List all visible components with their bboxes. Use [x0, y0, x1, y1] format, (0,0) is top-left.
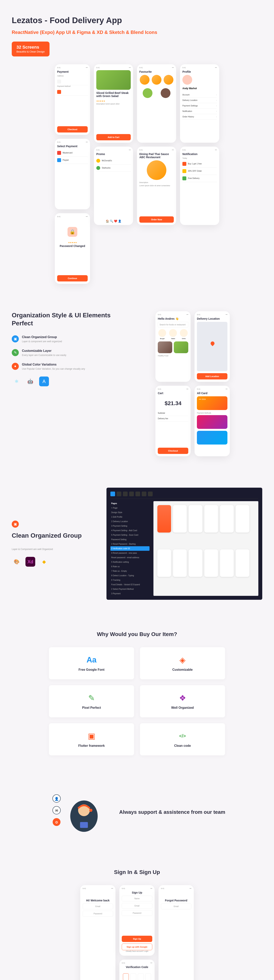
card-blue[interactable] [197, 431, 227, 444]
organized-icon: ❖ [146, 693, 219, 703]
pixel-icon: ✎ [55, 693, 128, 703]
email-input[interactable]: Email [161, 904, 192, 909]
layer-10[interactable]: 5 Notification setting [110, 560, 149, 564]
email-input[interactable]: Email [122, 903, 152, 908]
flutter-icon: ▣ [55, 731, 128, 741]
card-organized: ❖ Well Organized [140, 685, 225, 718]
phone-signup: 9:41••• Sign Up Name Email Password Sign… [119, 885, 155, 956]
sketch-icon: ◆ [39, 557, 49, 566]
cat-drink[interactable]: Drink [182, 338, 186, 339]
card-custom-title: Customizable [146, 668, 219, 671]
phone-dining: 9:41••• Dining Pad Thai Sauce ABC Restau… [137, 146, 176, 225]
layer-8[interactable]: 4 Reset password - new pass [110, 551, 149, 555]
profile-history[interactable]: Order History [182, 116, 194, 118]
allcard-title: All Card [197, 391, 227, 395]
profile-payment[interactable]: Payment Settings [182, 105, 198, 107]
feature3-desc: Use Popular Color Variation, So you can … [22, 367, 85, 371]
clean-organized-section: ▣ Clean Organized Group Layer & Componen… [0, 472, 274, 616]
edit-icon: ✎ [12, 349, 19, 356]
design-canvas [154, 501, 258, 596]
feature3-title: Global Color Variations [22, 363, 85, 366]
svg-point-8 [89, 809, 92, 812]
phone-select-payment: 9:41••• Select Payment Mastercard Paypal [55, 139, 90, 209]
layer-3[interactable]: 3 Payment Setting [110, 524, 149, 528]
layer-12[interactable]: 7 Rate us - Empty [110, 569, 149, 573]
map[interactable] [197, 322, 227, 371]
tech-icons: ⚛ 🤖 A [12, 377, 111, 386]
profile-notif[interactable]: Notification [182, 110, 192, 112]
search-input[interactable]: Search for foods or restaurant [158, 322, 188, 328]
menu-item: Healthy Food [158, 355, 172, 357]
login-link[interactable]: Already have account? Login [122, 950, 152, 952]
favourite-title: Favourite [139, 70, 174, 73]
add-cart-button[interactable]: Add to Cart [96, 134, 131, 140]
design-toolbar [110, 492, 258, 499]
layer-14[interactable]: 9 Tracking [110, 578, 149, 582]
layer-2[interactable]: 2 Delivery Location [110, 519, 149, 524]
card-orange[interactable]: •••• 2024 [197, 396, 227, 410]
phone-cards: 9:41••• All Card •••• 2024 Payment Metho… [195, 386, 230, 456]
add-location-button[interactable]: Add Location [197, 373, 227, 379]
card-purple[interactable] [197, 415, 227, 429]
feature-grid: Aa Free Google Font ◈ Customizable ✎ Pix… [49, 647, 225, 756]
notif-3: Free Delivery [188, 177, 200, 179]
feature-clean-group: ▣ Clean Organized Group Layer & componen… [12, 336, 111, 343]
layer-13[interactable]: 8 Detect Location - Typing [110, 573, 149, 578]
password-input[interactable]: Password [122, 910, 152, 916]
card-font: Aa Free Google Font [49, 647, 134, 679]
design-tool-screenshot: Pages + Page Design Style 1 Edit Profile… [106, 488, 262, 600]
layer-5[interactable]: 5 Payment Setting - Scan Card [110, 533, 149, 537]
why-buy-section: Why Would you Buy Our Item? Aa Free Goog… [0, 616, 274, 771]
password-input[interactable]: Password [82, 911, 113, 916]
cat-burger[interactable]: Burger [160, 338, 165, 339]
checkout-button[interactable]: Checkout [57, 126, 88, 132]
profile-title: Profile [182, 70, 217, 73]
screens-badge: 32 Screens Beautiful & Clean Design [12, 41, 49, 56]
xd-icon: Xd [25, 557, 35, 566]
profile-location[interactable]: Delivery Location [182, 99, 198, 101]
signup-button[interactable]: Sign Up [122, 936, 152, 942]
layer-17[interactable]: 3 Payment [110, 591, 149, 596]
layer-add[interactable]: + Page [110, 506, 149, 510]
organize-icon: ▣ [12, 520, 19, 528]
globe-icon: ● [12, 363, 19, 370]
layer-design[interactable]: Design Style [110, 510, 149, 515]
signin-section: Sign In & Sign Up 9:41••• Hi! Welcome ba… [0, 853, 274, 980]
promo-title: Promo [96, 153, 131, 156]
support-text: Always support & assistence from our tea… [119, 808, 225, 816]
forgot-title: Forgot Password [161, 899, 192, 902]
layer-11[interactable]: 6 Rate us [110, 564, 149, 569]
description-label: Description [139, 181, 174, 183]
greeting: Hello Andres 👋 [158, 317, 188, 320]
font-icon: Aa [55, 655, 128, 665]
layer-6[interactable]: Password Setting [110, 537, 149, 542]
dining-title: Dining Pad Thai Sauce ABC Restaurant [139, 153, 174, 159]
layer-15[interactable]: Food Details - Variant 02 Expand [110, 582, 149, 587]
continue-button[interactable]: Continue [57, 275, 88, 282]
avatar [182, 75, 192, 85]
layers-panel: Pages + Page Design Style 1 Edit Profile… [110, 501, 149, 596]
layer-4[interactable]: 4 Payment Setting - Add Card [110, 528, 149, 533]
layer-16[interactable]: 2 Select Payment Method [110, 587, 149, 591]
layer-7[interactable]: 2 Reset Password - Starting [110, 542, 149, 546]
card-flutter: ▣ Flutter framework [49, 723, 134, 756]
layer-active[interactable]: 3 Verification code 03 [110, 546, 149, 551]
card-pixel: ✎ Pixel Perfect [49, 685, 134, 718]
checkout-button[interactable]: Checkout [158, 448, 188, 454]
feature1-title: Clean Organized Group [22, 336, 62, 339]
email-input[interactable]: Email [82, 904, 113, 909]
notif-1: Buy 1 get 1 free [188, 163, 202, 165]
card-pixel-title: Pixel Perfect [55, 706, 128, 710]
google-signup-button[interactable]: Sign up with Google [122, 943, 152, 950]
cat-salad[interactable]: Salad [171, 338, 175, 339]
hero-title: Lezatos - Food Delivery App [12, 16, 262, 25]
phone-location: 9:41••• Delivery Location Add Location [195, 311, 230, 382]
svg-text:✉: ✉ [55, 809, 58, 813]
layer-9[interactable]: Reset password - email address [110, 555, 149, 560]
phone-notification: 9:41••• Notification Today Buy 1 get 1 f… [180, 146, 219, 225]
layer-1[interactable]: 1 Edit Profile [110, 515, 149, 519]
profile-account[interactable]: Account [182, 94, 190, 96]
order-button[interactable]: Order Now [139, 216, 174, 223]
phone-profile: 9:41••• Profile Andy Warhol Account› Del… [180, 64, 219, 143]
name-input[interactable]: Name [122, 896, 152, 901]
